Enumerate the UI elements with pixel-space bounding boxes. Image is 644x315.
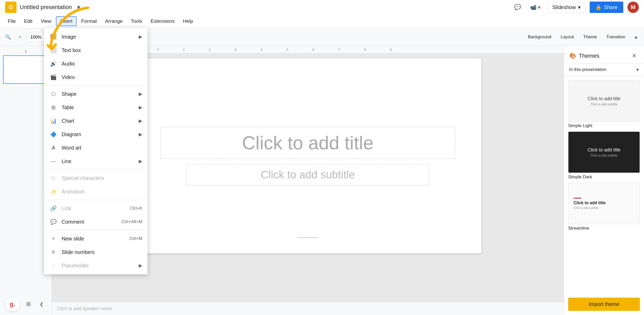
arrow-icon: ▶ <box>139 34 142 40</box>
insert-placeholder-label: Placeholder <box>62 263 89 269</box>
menu-edit[interactable]: Edit <box>20 17 36 26</box>
menu-view[interactable]: View <box>37 17 55 26</box>
menu-divider-2 <box>44 170 148 170</box>
placeholder-arrow-icon: ▶ <box>139 263 142 268</box>
shape-arrow-icon: ▶ <box>139 91 142 97</box>
insert-menu-audio[interactable]: 🔊 Audio <box>44 57 148 70</box>
meet-camera-btn[interactable]: 📹 ▾ <box>528 3 543 12</box>
slideshow-button[interactable]: Slideshow ▾ <box>547 2 585 13</box>
collapse-toolbar-btn[interactable]: ▲ <box>631 32 641 42</box>
insert-image-label: Image <box>62 34 76 40</box>
slide-canvas[interactable]: Click to add title Click to add subtitle <box>134 58 481 253</box>
slide-title-text: Click to add title <box>242 133 374 153</box>
collapse-panel-button[interactable]: ❮ <box>37 300 46 308</box>
comment-icon-btn[interactable]: 💬 <box>512 2 523 13</box>
grammarly-badge[interactable]: g. <box>5 297 20 311</box>
grid-view-button[interactable]: ⊞ <box>23 298 34 310</box>
document-title[interactable]: Untitled presentation <box>20 4 72 11</box>
insert-line-label: Line <box>62 158 71 164</box>
ruler-mark: 1 <box>171 48 197 52</box>
slide-subtitle-area[interactable]: Click to add subtitle <box>186 164 429 185</box>
menu-divider-4 <box>44 230 148 230</box>
chart-icon: 📊 <box>49 117 57 125</box>
zoom-in-btn[interactable]: + <box>15 32 25 42</box>
transition-btn[interactable]: Transition <box>603 33 629 41</box>
menu-file[interactable]: File <box>4 17 19 26</box>
insert-menu-textbox[interactable]: ⬜ Text box <box>44 43 148 57</box>
ruler-mark: 8 <box>352 48 378 52</box>
streamline-preview-title: Click to add title <box>574 201 606 205</box>
theme-btn[interactable]: Theme <box>580 33 601 41</box>
theme-preview-dark-title: Click to add title <box>588 147 620 153</box>
theme-preview-simple-light: Click to add title Click to add subtitle <box>568 80 640 122</box>
insert-audio-label: Audio <box>62 61 75 67</box>
insert-menu-new-slide[interactable]: + New slide Ctrl+M <box>44 232 148 245</box>
menu-bar: File Edit View Insert Format Arrange Too… <box>0 14 644 28</box>
theme-name-streamline: Streamline <box>568 226 640 231</box>
menu-extensions[interactable]: Extensions <box>147 17 178 26</box>
themes-panel: 🎨 Themes ✕ In this presentation ▾ Click … <box>564 46 644 315</box>
insert-diagram-label: Diagram <box>62 131 81 137</box>
insert-menu-video[interactable]: 🎬 Video <box>44 70 148 84</box>
menu-arrange[interactable]: Arrange <box>101 17 126 26</box>
import-theme-button[interactable]: Import theme <box>568 298 640 311</box>
star-icon[interactable]: ★ <box>76 4 81 11</box>
insert-menu-dropdown: 🖼️ Image ▶ ⬜ Text box 🔊 Audio 🎬 Video ⬡ … <box>44 28 148 274</box>
special-chars-icon: Ω <box>49 174 57 182</box>
layout-btn[interactable]: Layout <box>557 33 577 41</box>
slide-thumbnail-1[interactable] <box>3 55 48 84</box>
avatar[interactable]: M <box>627 2 639 13</box>
insert-menu-line[interactable]: — Line ▶ <box>44 155 148 168</box>
theme-name-simple-dark: Simple Dark <box>568 174 640 180</box>
themes-panel-title: Themes <box>579 53 630 59</box>
insert-menu-comment[interactable]: 💬 Comment Ctrl+Alt+M <box>44 215 148 229</box>
insert-menu-wordart[interactable]: A Word art <box>44 141 148 155</box>
shape-icon: ⬡ <box>49 90 57 98</box>
chevron-down-icon[interactable]: ▾ <box>636 67 639 73</box>
title-row: G Untitled presentation ★ 💬 📹 ▾ Slidesho… <box>0 0 644 14</box>
insert-menu-link: 🔗 Link Ctrl+K <box>44 202 148 215</box>
theme-card-streamline[interactable]: Click to add title Click to add subtitle… <box>568 183 640 231</box>
insert-menu-slide-numbers[interactable]: # Slide numbers <box>44 245 148 259</box>
insert-menu-image[interactable]: 🖼️ Image ▶ <box>44 30 148 43</box>
top-bar: G Untitled presentation ★ 💬 📹 ▾ Slidesho… <box>0 0 644 28</box>
share-button[interactable]: 🔒 Share <box>590 2 623 13</box>
themes-palette-icon: 🎨 <box>569 53 576 59</box>
menu-insert[interactable]: Insert <box>56 16 77 26</box>
menu-format[interactable]: Format <box>78 17 100 26</box>
comment-shortcut: Ctrl+Alt+M <box>122 219 142 224</box>
search-toolbar-btn[interactable]: 🔍 <box>3 32 13 42</box>
insert-menu-diagram[interactable]: 🔷 Diagram ▶ <box>44 128 148 141</box>
line-icon: — <box>49 157 57 165</box>
speaker-notes-bar[interactable]: Click to add speaker notes <box>52 302 564 315</box>
menu-help[interactable]: Help <box>179 17 197 26</box>
themes-close-button[interactable]: ✕ <box>630 51 639 61</box>
animation-icon: ✨ <box>49 187 57 196</box>
wordart-icon: A <box>49 144 57 152</box>
ruler-mark: 6 <box>300 48 326 52</box>
new-slide-shortcut: Ctrl+M <box>129 236 142 241</box>
insert-menu-table[interactable]: ⊞ Table ▶ <box>44 101 148 114</box>
menu-tools[interactable]: Tools <box>127 17 146 26</box>
theme-preview-dark-subtitle: Click to add subtitle <box>590 154 617 157</box>
bottom-left-controls: g. ⊞ ❮ <box>5 297 46 311</box>
new-slide-icon: + <box>49 235 57 243</box>
app-logo: G <box>5 2 17 13</box>
slide-title-area[interactable]: Click to add title <box>160 127 455 159</box>
insert-wordart-label: Word art <box>62 145 81 151</box>
theme-preview-subtitle: Click to add subtitle <box>590 102 617 106</box>
insert-video-label: Video <box>62 74 75 80</box>
background-btn[interactable]: Background <box>524 33 555 41</box>
theme-card-simple-dark[interactable]: Click to add title Click to add subtitle… <box>568 131 640 180</box>
theme-preview-simple-dark: Click to add title Click to add subtitle <box>568 131 640 173</box>
insert-table-label: Table <box>62 105 74 111</box>
placeholder-icon: □ <box>49 261 57 270</box>
theme-card-simple-light[interactable]: Click to add title Click to add subtitle… <box>568 80 640 128</box>
insert-menu-shape[interactable]: ⬡ Shape ▶ <box>44 87 148 101</box>
table-icon: ⊞ <box>49 103 57 112</box>
toolbar-right: Background Layout Theme Transition ▲ <box>524 32 641 42</box>
audio-icon: 🔊 <box>49 60 57 68</box>
insert-comment-label: Comment <box>62 219 84 225</box>
insert-menu-chart[interactable]: 📊 Chart ▶ <box>44 114 148 128</box>
ruler-mark: 0 <box>145 48 171 52</box>
